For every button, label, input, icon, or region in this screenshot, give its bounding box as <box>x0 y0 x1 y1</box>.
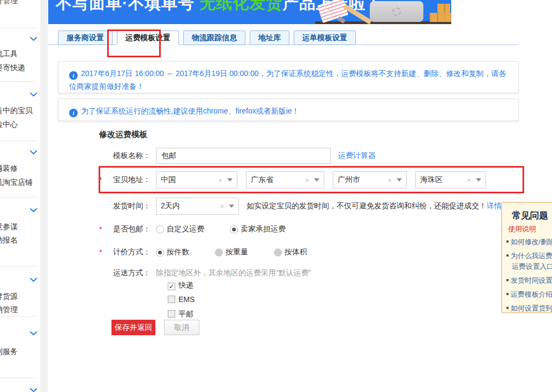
parcel-box-icon <box>430 13 444 22</box>
sidebar-scrollbar[interactable] <box>41 0 48 392</box>
banner-highlight: 无纸化发货 <box>199 0 282 12</box>
radio-custom-shipping-label[interactable]: 自定义运费 <box>167 224 204 234</box>
dropdown-arrow-icon[interactable] <box>397 178 402 182</box>
tab-logistics-tracking-info[interactable]: 物流跟踪信息 <box>183 31 245 45</box>
radio-custom-shipping[interactable] <box>156 225 164 233</box>
radio-by-piece[interactable] <box>156 248 164 257</box>
checkbox-surface-mail-label[interactable]: 平邮 <box>178 310 193 318</box>
sidebar-item-send-express[interactable]: 要寄快递 <box>0 63 25 73</box>
required-icon: * <box>99 225 106 233</box>
clear-icon[interactable]: × <box>467 176 471 184</box>
sidebar-item-distribution-manage[interactable]: 销管理 <box>0 305 18 315</box>
radio-by-volume-label[interactable]: 按体积 <box>285 247 307 257</box>
chevron-down-icon[interactable] <box>29 277 38 283</box>
chevron-down-icon[interactable] <box>29 331 38 336</box>
sidebar-divider <box>0 81 35 82</box>
delivery-time-select[interactable]: 2天内× <box>156 198 239 215</box>
district-select[interactable]: 海珠区× <box>415 171 486 189</box>
country-value: 中国 <box>161 175 218 185</box>
checkbox-express-label[interactable]: 快递 <box>178 281 193 289</box>
radio-by-piece-label[interactable]: 按件数 <box>167 247 189 257</box>
bullet-icon <box>506 293 509 295</box>
pricing-method-label: 计价方式： <box>106 247 151 257</box>
sidebar-item-shop-decorate[interactable]: 铺装修 <box>0 164 18 174</box>
checkbox-surface-mail[interactable] <box>168 310 175 318</box>
save-and-return-button[interactable]: 保存并返回 <box>111 320 155 335</box>
sidebar-divider <box>0 197 35 198</box>
bullet-icon <box>506 254 509 257</box>
checkbox-ems-label[interactable]: EMS <box>178 295 195 304</box>
printer-dial-icon <box>392 7 401 16</box>
sidebar-item-logistics-tools[interactable]: 流工具 <box>0 49 18 59</box>
parcel-box-icon <box>444 13 451 22</box>
checkbox-ems[interactable] <box>168 296 175 303</box>
printer-icon <box>370 1 423 22</box>
tab-waybill-template-settings[interactable]: 运单模板设置 <box>294 31 356 45</box>
radio-by-weight[interactable] <box>215 248 223 257</box>
radio-seller-pays-shipping-label[interactable]: 卖家承担运费 <box>241 224 286 234</box>
notice-text: 为了保证系统运行的流畅性,建议使用chrome、firefox或者新版ie！ <box>81 107 300 115</box>
radio-seller-pays-shipping[interactable] <box>230 225 238 233</box>
sidebar-divider <box>0 316 35 316</box>
detail-link[interactable]: 详情 <box>487 201 502 211</box>
template-name-input[interactable] <box>156 148 331 164</box>
dropdown-arrow-icon[interactable] <box>476 178 481 182</box>
notice-text: 2017年6月17日 16:00:00 ～ 2017年6月19日 00:00:0… <box>69 69 506 91</box>
dropdown-arrow-icon[interactable] <box>229 205 234 208</box>
tab-address-library[interactable]: 地址库 <box>250 31 289 45</box>
shipping-method-hint: 除指定地区外，其余地区的运费采用“默认运费” <box>156 268 311 278</box>
faq-link-template-intro[interactable]: 运费模板介绍 <box>506 290 552 299</box>
checkbox-express[interactable]: ✓ <box>168 283 175 290</box>
bullet-icon <box>506 307 509 309</box>
sidebar-divider <box>0 378 35 378</box>
cancel-button[interactable]: 取消 <box>164 320 199 335</box>
chevron-down-icon[interactable] <box>29 36 38 42</box>
sidebar-item-business-advisor[interactable]: 意参谋 <box>0 222 18 232</box>
tab-shipping-template-settings[interactable]: 运费模板设置 <box>117 31 179 45</box>
clear-icon[interactable]: × <box>218 176 222 184</box>
usage-instructions-link[interactable]: 使用说明 <box>508 224 536 234</box>
promo-banner[interactable]: 不写面单·不填单号 无纸化发货产品上线啦！ <box>48 0 451 24</box>
pricing-method-row: * 计价方式： 按件数 按重量 按体积 <box>99 247 333 257</box>
faq-link-shipping-entry[interactable]: 运费设置入口 <box>512 262 552 272</box>
faq-link-modify-delete[interactable]: 如何修改/删除 <box>506 237 552 247</box>
left-sidebar: 价管理 流工具 要寄快递 售中的宝贝 检中心 铺装修 机淘宝店铺 意参谋 动报名… <box>0 0 40 392</box>
faq-link-cod-setup[interactable]: 如何设置货到付 <box>506 304 552 313</box>
sidebar-item-custom-service[interactable]: 制服务 <box>0 347 18 357</box>
page-title: 修改运费模板 <box>99 130 147 140</box>
faq-title: 常见问题 <box>512 209 548 222</box>
sidebar-item-activity-signup[interactable]: 动报名 <box>0 236 18 245</box>
template-name-row: 模板名称： 运费计算器 <box>99 148 376 164</box>
faq-link-delivery-time-guide[interactable]: 发货时间设置指 <box>506 276 552 285</box>
radio-by-weight-label[interactable]: 按重量 <box>226 247 248 257</box>
district-value: 海珠区 <box>420 175 467 185</box>
clear-icon[interactable]: × <box>305 176 309 184</box>
free-shipping-row: * 是否包邮： 自定义运费 卖家承担运费 <box>99 224 311 234</box>
dropdown-arrow-icon[interactable] <box>314 178 319 182</box>
chevron-down-icon[interactable] <box>29 150 38 155</box>
sidebar-item-check-center[interactable]: 检中心 <box>0 120 18 130</box>
chevron-down-icon[interactable] <box>29 388 38 392</box>
required-icon: * <box>99 248 106 257</box>
sidebar-item-items-on-sale[interactable]: 售中的宝贝 <box>0 106 33 116</box>
clear-icon[interactable]: × <box>220 202 224 210</box>
sidebar-divider <box>0 28 35 28</box>
parcel-box-icon <box>437 4 450 13</box>
faq-link-why-template[interactable]: 为什么我运费模 <box>506 251 552 261</box>
shipping-calculator-link[interactable]: 运费计算器 <box>338 151 376 161</box>
info-icon: i <box>69 109 78 117</box>
bullet-icon <box>506 279 509 281</box>
clear-icon[interactable]: × <box>387 176 392 184</box>
radio-by-volume[interactable] <box>274 248 282 257</box>
sidebar-item-mobile-shop[interactable]: 机淘宝店铺 <box>0 178 33 187</box>
dropdown-arrow-icon[interactable] <box>227 178 233 182</box>
tab-service-provider-settings[interactable]: 服务商设置 <box>58 31 113 45</box>
province-select[interactable]: 广东省× <box>246 171 324 189</box>
sidebar-item-price-manage[interactable]: 价管理 <box>0 0 18 6</box>
bullet-icon <box>506 240 509 243</box>
country-select[interactable]: 中国× <box>156 171 237 189</box>
chevron-down-icon[interactable] <box>29 208 38 213</box>
city-select[interactable]: 广州市× <box>333 171 407 189</box>
chevron-down-icon[interactable] <box>29 92 38 97</box>
sidebar-item-brand-supply[interactable]: 牌货源 <box>0 292 18 301</box>
